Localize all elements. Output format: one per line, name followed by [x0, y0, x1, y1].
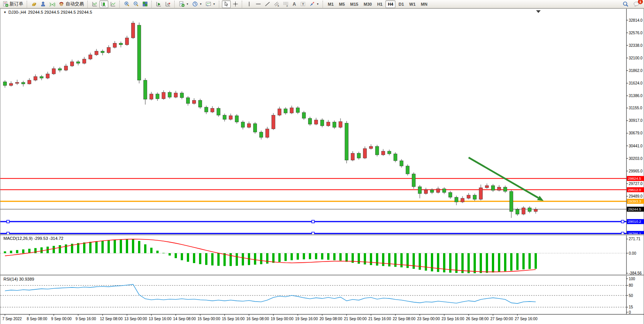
auto-trading-icon — [59, 1, 64, 7]
new-order-button[interactable]: 新订单 — [1, 0, 25, 8]
time-axis-canvas: 7 Sep 20228 Sep 08:009 Sep 00:009 Sep 16… — [0, 314, 644, 324]
time-tick-label: 13 Sep 16:00 — [149, 317, 172, 321]
macd-histogram-bar — [291, 253, 293, 260]
rsi-tick-label: 80 — [629, 283, 633, 287]
tab-timeframe-H1[interactable]: H1 — [375, 0, 385, 8]
auto-scroll-button[interactable] — [154, 0, 163, 8]
macd-histogram-bar — [108, 240, 110, 253]
tile-windows-button[interactable] — [141, 0, 149, 8]
arrows-tool-button[interactable]: ▼ — [308, 0, 321, 8]
macd-histogram-bar — [242, 253, 244, 265]
history-center-button[interactable] — [30, 0, 39, 8]
candle-up — [467, 195, 471, 198]
candlestick-mode-button[interactable] — [100, 0, 108, 8]
horizontal-line-tool-button[interactable] — [254, 0, 263, 8]
line-selection-handle — [7, 220, 10, 223]
macd-tick-label: 0.00 — [629, 251, 636, 255]
price-tick-label: 31624.0 — [629, 81, 643, 85]
terminal-button[interactable] — [39, 0, 48, 8]
macd-histogram-bar — [193, 253, 195, 263]
candle-up — [34, 77, 37, 80]
macd-histogram-bar — [339, 253, 342, 260]
candle-down — [394, 154, 397, 161]
macd-histogram-bar — [65, 244, 67, 253]
tab-timeframe-W1[interactable]: W1 — [407, 0, 418, 8]
macd-histogram-bar — [272, 253, 275, 263]
periods-button[interactable]: ▼ — [191, 0, 204, 8]
candle-down — [357, 153, 361, 158]
price-line-badge-label: 28786.1 — [628, 231, 641, 234]
auto-scroll-icon — [156, 1, 162, 7]
time-tick-label: 14 Sep 08:00 — [173, 317, 196, 321]
candle-down — [260, 132, 263, 137]
time-tick-label: 27 Sep 00:00 — [490, 317, 513, 321]
tab-timeframe-MN[interactable]: MN — [419, 0, 430, 8]
candle-up — [10, 83, 13, 86]
zoom-in-button[interactable] — [122, 0, 131, 8]
macd-histogram-bar — [535, 253, 537, 269]
operator-icon — [40, 1, 46, 7]
macd-histogram-bar — [211, 253, 214, 265]
macd-histogram-bar — [284, 253, 287, 261]
tab-timeframe-H4[interactable]: H4 — [385, 0, 395, 8]
vertical-line-tool-button[interactable] — [245, 0, 254, 8]
time-axis[interactable]: 7 Sep 20228 Sep 08:009 Sep 00:009 Sep 16… — [0, 314, 644, 324]
fibonacci-tool-button[interactable]: F — [281, 0, 290, 8]
macd-histogram-bar — [528, 253, 531, 269]
clock-icon — [192, 1, 198, 7]
channel-tool-button[interactable]: E — [272, 0, 281, 8]
auto-trading-button[interactable]: 自动交易 — [57, 0, 85, 8]
tab-timeframe-M15[interactable]: M15 — [348, 0, 360, 8]
rsi-pane[interactable]: RSI(14) 30.9389 1008050150 — [0, 276, 644, 314]
trendline-tool-button[interactable] — [263, 0, 272, 8]
time-tick-label: 9 Sep 00:00 — [51, 317, 72, 321]
macd-histogram-bar — [169, 253, 171, 255]
main-chart-pane[interactable]: ▼ DJ30-,H4 29244.5 29244.5 29244.5 29244… — [0, 9, 644, 234]
macd-histogram-bar — [388, 253, 390, 267]
candle-up — [150, 94, 153, 99]
time-tick-label: 15 Sep 16:00 — [222, 317, 245, 321]
templates-button[interactable]: ▼ — [204, 0, 217, 8]
tab-timeframe-M1[interactable]: M1 — [326, 0, 336, 8]
candle-up — [522, 208, 525, 214]
search-button[interactable] — [621, 0, 630, 8]
macd-histogram-bar — [181, 253, 183, 260]
macd-chart-canvas[interactable]: 271.710.00-384.56 — [0, 235, 644, 275]
tab-timeframe-M30[interactable]: M30 — [361, 0, 374, 8]
macd-histogram-bar — [138, 241, 140, 253]
text-label-tool-button[interactable]: T — [299, 0, 307, 8]
signals-button[interactable] — [48, 0, 57, 8]
time-tick-label: 21 Sep 00:00 — [344, 317, 367, 321]
chart-shift-button[interactable] — [164, 0, 172, 8]
candle-up — [290, 108, 294, 113]
macd-histogram-bar — [333, 253, 336, 260]
chevron-down-icon: ▼ — [186, 3, 189, 5]
crosshair-tool-button[interactable] — [231, 0, 240, 8]
indicators-button[interactable]: ▼ — [177, 0, 190, 8]
svg-text:F: F — [286, 5, 288, 7]
tab-timeframe-M5[interactable]: M5 — [337, 0, 347, 8]
bar-chart-mode-button[interactable] — [90, 0, 99, 8]
cursor-tool-button[interactable] — [222, 0, 231, 8]
candle-up — [363, 148, 367, 158]
text-tool-button[interactable]: A — [291, 0, 298, 8]
macd-histogram-bar — [400, 253, 403, 267]
time-tick-label: 9 Sep 16:00 — [75, 317, 96, 321]
tab-timeframe-D1[interactable]: D1 — [396, 0, 406, 8]
candle-up — [315, 120, 318, 124]
notifications-button[interactable]: 1 — [632, 0, 641, 8]
zoom-out-button[interactable] — [132, 0, 140, 8]
price-tick-label: 32576.0 — [629, 31, 643, 35]
line-chart-mode-button[interactable] — [109, 0, 117, 8]
chevron-down-icon: ▼ — [213, 3, 215, 5]
main-toolbar: 新订单 自动交易 ▼ ▼ — [0, 0, 644, 8]
template-icon — [206, 1, 211, 7]
collapse-arrow-icon[interactable]: ▼ — [3, 11, 6, 14]
candlestick-chart-canvas[interactable]: 32814.032576.032338.032100.031862.031624… — [0, 9, 644, 234]
rsi-label: RSI(14) 30.9389 — [3, 277, 34, 281]
macd-histogram-bar — [101, 241, 104, 253]
macd-histogram-bar — [156, 251, 159, 253]
macd-pane[interactable]: MACD(12,26,9) -299.53 -314.72 271.710.00… — [0, 235, 644, 275]
rsi-chart-canvas[interactable]: 1008050150 — [0, 276, 644, 314]
price-tick-label: 30441.0 — [629, 144, 643, 148]
